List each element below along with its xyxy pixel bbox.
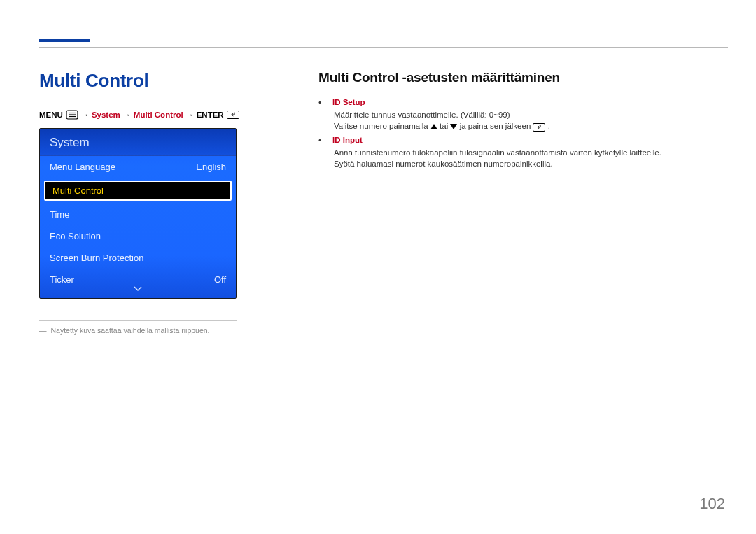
footnote-text: Näytetty kuva saattaa vaihdella mallista… — [51, 326, 210, 335]
menu-item-screen-burn-protection[interactable]: Screen Burn Protection — [40, 247, 236, 269]
left-footer-rule — [39, 320, 237, 321]
section-title: Multi Control -asetusten määrittäminen — [318, 70, 718, 85]
menu-item-eco-solution[interactable]: Eco Solution — [40, 225, 236, 247]
text-fragment: . — [548, 122, 550, 130]
scroll-down-indicator[interactable] — [40, 284, 236, 294]
menu-item-label: Time — [50, 209, 69, 220]
enter-icon — [533, 123, 545, 132]
setting-id-setup: • ID Setup Määrittele tunnus vastaanotti… — [318, 98, 718, 132]
setting-line: Määrittele tunnus vastaanottimelle. (Väl… — [334, 109, 718, 120]
top-horizontal-rule — [39, 47, 728, 48]
panel-rows: Menu Language English Multi Control Time… — [40, 156, 236, 290]
text-fragment: ja paina sen jälkeen — [460, 122, 533, 130]
left-column: Multi Control MENU → System → Multi Cont… — [39, 70, 242, 335]
text-fragment: Valitse numero painamalla — [334, 122, 430, 130]
breadcrumb-menu-label: MENU — [39, 110, 63, 120]
system-menu-panel: System Menu Language English Multi Contr… — [39, 128, 237, 299]
breadcrumb-system: System — [92, 110, 120, 120]
setting-line: Syötä haluamasi numerot kaukosäätimen nu… — [334, 158, 718, 169]
setting-line: Valitse numero painamalla tai ja paina s… — [334, 120, 718, 132]
setting-body: Anna tunnistenumero tulokaapeliin tulosi… — [334, 147, 718, 169]
setting-line: Anna tunnistenumero tulokaapeliin tulosi… — [334, 147, 718, 158]
setting-body: Määrittele tunnus vastaanottimelle. (Väl… — [334, 109, 718, 132]
arrow-right-icon: → — [81, 110, 89, 120]
menu-item-selected: Multi Control — [44, 181, 232, 201]
top-accent-bar — [39, 39, 90, 42]
right-column: Multi Control -asetusten määrittäminen •… — [318, 70, 718, 174]
triangle-down-icon — [450, 124, 457, 129]
setting-list: • ID Setup Määrittele tunnus vastaanotti… — [318, 98, 718, 169]
breadcrumb: MENU → System → Multi Control → ENTER — [39, 110, 242, 120]
menu-item-value: Off — [214, 274, 226, 285]
menu-item-label: Eco Solution — [50, 231, 101, 241]
panel-title: System — [40, 129, 236, 156]
page-title: Multi Control — [39, 70, 242, 92]
footnote: ― Näytetty kuva saattaa vaihdella mallis… — [39, 326, 242, 335]
bullet-icon: • — [318, 98, 326, 106]
bullet-icon: • — [318, 136, 326, 144]
menu-item-multi-control[interactable]: Multi Control — [40, 178, 236, 204]
setting-id-input: • ID Input Anna tunnistenumero tulokaape… — [318, 136, 718, 169]
enter-icon — [227, 110, 239, 120]
page-number: 102 — [699, 495, 725, 513]
breadcrumb-multi-control: Multi Control — [134, 110, 183, 120]
menu-item-time[interactable]: Time — [40, 204, 236, 225]
triangle-up-icon — [430, 124, 438, 129]
menu-item-label: Menu Language — [50, 162, 115, 172]
text-fragment: tai — [440, 122, 450, 130]
menu-icon — [66, 110, 78, 120]
menu-item-label: Ticker — [50, 274, 74, 285]
menu-item-menu-language[interactable]: Menu Language English — [40, 156, 236, 178]
arrow-right-icon: → — [123, 110, 131, 120]
arrow-right-icon: → — [186, 110, 194, 120]
footnote-dash-icon: ― — [39, 326, 47, 335]
chevron-down-icon — [134, 286, 142, 292]
menu-item-label: Screen Burn Protection — [50, 253, 144, 263]
setting-label: ID Setup — [332, 98, 365, 106]
breadcrumb-enter-label: ENTER — [197, 110, 224, 120]
menu-item-value: English — [196, 162, 226, 172]
page: Multi Control MENU → System → Multi Cont… — [0, 0, 756, 534]
menu-item-label: Multi Control — [52, 185, 104, 196]
setting-label: ID Input — [332, 136, 363, 144]
